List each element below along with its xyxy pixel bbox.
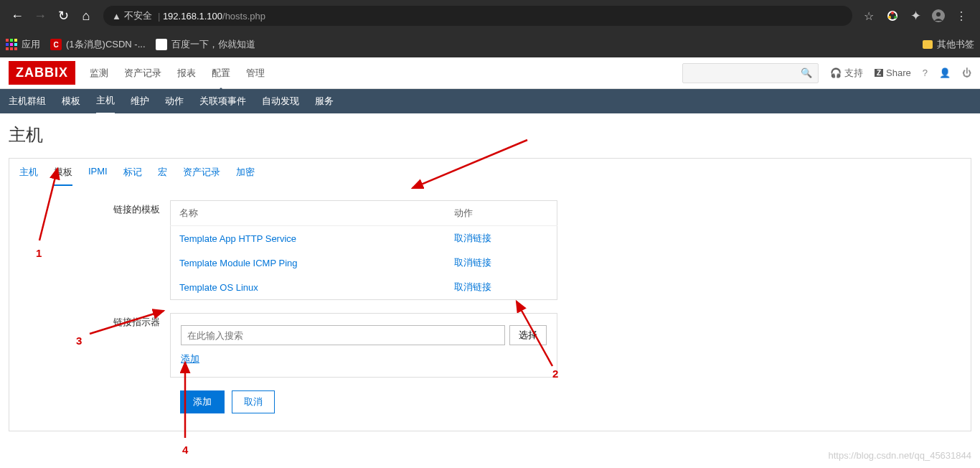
forward-button[interactable]: → xyxy=(29,4,52,27)
watermark: https://blog.csdn.net/qq_45631844 xyxy=(829,450,972,461)
top-nav: 监测 资产记录 报表 配置 管理 xyxy=(90,64,265,83)
favorite-icon[interactable]: ☆ xyxy=(864,9,874,23)
share-link[interactable]: ZShare xyxy=(875,67,911,78)
svg-point-1 xyxy=(891,11,894,14)
bookmark-bar: 应用 C (1条消息)CSDN -... 百度一下，你就知道 其他书签 xyxy=(0,32,980,57)
tab-macro[interactable]: 宏 xyxy=(158,166,167,186)
form-tabs: 主机 模板 IPMI 标记 宏 资产记录 加密 xyxy=(9,159,971,186)
table-row: Template OS Linux取消链接 xyxy=(171,275,557,300)
apps-grid-icon xyxy=(6,39,17,50)
back-button[interactable]: ← xyxy=(6,4,29,27)
csdn-icon: C xyxy=(50,39,62,50)
page-title: 主机 xyxy=(9,123,971,146)
tab-host[interactable]: 主机 xyxy=(19,166,38,186)
sub-nav: 主机群组 模板 主机 维护 动作 关联项事件 自动发现 服务 xyxy=(0,89,980,113)
svg-point-2 xyxy=(894,16,897,19)
svg-point-3 xyxy=(888,16,891,19)
support-link[interactable]: 🎧支持 xyxy=(830,67,863,80)
annotation-4: 4 xyxy=(182,444,188,456)
template-search-input[interactable] xyxy=(181,325,505,345)
tab-template[interactable]: 模板 xyxy=(54,166,72,186)
submit-button[interactable]: 添加 xyxy=(180,390,225,413)
template-link[interactable]: Template OS Linux xyxy=(179,282,258,293)
browser-toolbar: ← → ↻ ⌂ ▲ 不安全 | 192.168.1.100/hosts.php … xyxy=(0,0,980,32)
other-bookmarks[interactable]: 其他书签 xyxy=(923,38,974,51)
apps-bookmark[interactable]: 应用 xyxy=(6,38,40,51)
address-bar[interactable]: ▲ 不安全 | 192.168.1.100/hosts.php xyxy=(103,6,852,26)
unlink-link[interactable]: 取消链接 xyxy=(454,281,491,292)
page-content: 主机 主机 模板 IPMI 标记 宏 资产记录 加密 链接的模板 名称 动作 xyxy=(0,113,980,441)
help-icon[interactable]: ? xyxy=(923,67,928,78)
add-template-link[interactable]: 添加 xyxy=(181,352,199,365)
col-action: 动作 xyxy=(446,201,557,226)
subnav-maintenance[interactable]: 维护 xyxy=(131,89,149,113)
col-name: 名称 xyxy=(171,201,446,226)
unlink-link[interactable]: 取消链接 xyxy=(454,233,491,243)
folder-icon xyxy=(923,40,933,49)
tab-tag[interactable]: 标记 xyxy=(123,166,142,186)
power-icon[interactable]: ⏻ xyxy=(962,67,971,78)
unlink-link[interactable]: 取消链接 xyxy=(454,257,491,268)
baidu-icon xyxy=(156,39,167,50)
zabbix-logo[interactable]: ZABBIX xyxy=(9,61,75,85)
subnav-discovery[interactable]: 自动发现 xyxy=(262,89,299,113)
annotation-3: 3 xyxy=(76,334,82,347)
annotation-1: 1 xyxy=(36,247,42,259)
annotation-2: 2 xyxy=(552,368,558,380)
template-link[interactable]: Template App HTTP Service xyxy=(179,233,296,244)
nav-config[interactable]: 配置 xyxy=(212,64,230,83)
linked-templates-label: 链接的模板 xyxy=(19,200,170,300)
table-row: Template Module ICMP Ping取消链接 xyxy=(171,251,557,275)
subnav-service[interactable]: 服务 xyxy=(315,89,334,113)
reload-button[interactable]: ↻ xyxy=(52,4,75,27)
select-button[interactable]: 选择 xyxy=(509,325,547,345)
global-search[interactable]: 🔍 xyxy=(682,63,819,83)
home-button[interactable]: ⌂ xyxy=(75,4,98,27)
subnav-host[interactable]: 主机 xyxy=(96,88,115,115)
user-icon[interactable]: 👤 xyxy=(939,67,951,78)
search-icon: 🔍 xyxy=(801,67,812,78)
insecure-icon: ▲ 不安全 xyxy=(112,9,152,22)
nav-monitor[interactable]: 监测 xyxy=(90,64,108,83)
subnav-hostgroup[interactable]: 主机群组 xyxy=(9,89,46,113)
baidu-bookmark[interactable]: 百度一下，你就知道 xyxy=(156,38,255,51)
subnav-template[interactable]: 模板 xyxy=(62,89,80,113)
nav-report[interactable]: 报表 xyxy=(177,64,196,83)
extensions-icon[interactable]: ✦ xyxy=(908,9,923,23)
nav-asset[interactable]: 资产记录 xyxy=(124,64,161,83)
chrome-colors-icon[interactable] xyxy=(885,9,900,23)
menu-icon[interactable]: ⋮ xyxy=(954,9,969,23)
form-card: 主机 模板 IPMI 标记 宏 资产记录 加密 链接的模板 名称 动作 Te xyxy=(9,158,971,431)
subnav-action[interactable]: 动作 xyxy=(165,89,184,113)
tab-ipmi[interactable]: IPMI xyxy=(88,166,108,186)
linker-label: 链接指示器 xyxy=(19,313,170,378)
cancel-button[interactable]: 取消 xyxy=(232,390,275,413)
csdn-bookmark[interactable]: C (1条消息)CSDN -... xyxy=(50,38,146,51)
tab-encrypt[interactable]: 加密 xyxy=(236,166,255,186)
subnav-correlation[interactable]: 关联项事件 xyxy=(199,89,246,113)
svg-point-5 xyxy=(936,12,941,17)
template-link[interactable]: Template Module ICMP Ping xyxy=(179,258,298,268)
linked-templates-table: 名称 动作 Template App HTTP Service取消链接 Temp… xyxy=(170,200,557,300)
url-host: 192.168.1.100 xyxy=(163,11,222,22)
tab-asset[interactable]: 资产记录 xyxy=(183,166,220,186)
nav-manage[interactable]: 管理 xyxy=(246,64,265,83)
app-header: ZABBIX 监测 资产记录 报表 配置 管理 🔍 🎧支持 ZShare ? 👤… xyxy=(0,57,980,89)
profile-icon[interactable] xyxy=(931,9,946,23)
url-path: /hosts.php xyxy=(222,11,265,22)
table-row: Template App HTTP Service取消链接 xyxy=(171,226,557,251)
